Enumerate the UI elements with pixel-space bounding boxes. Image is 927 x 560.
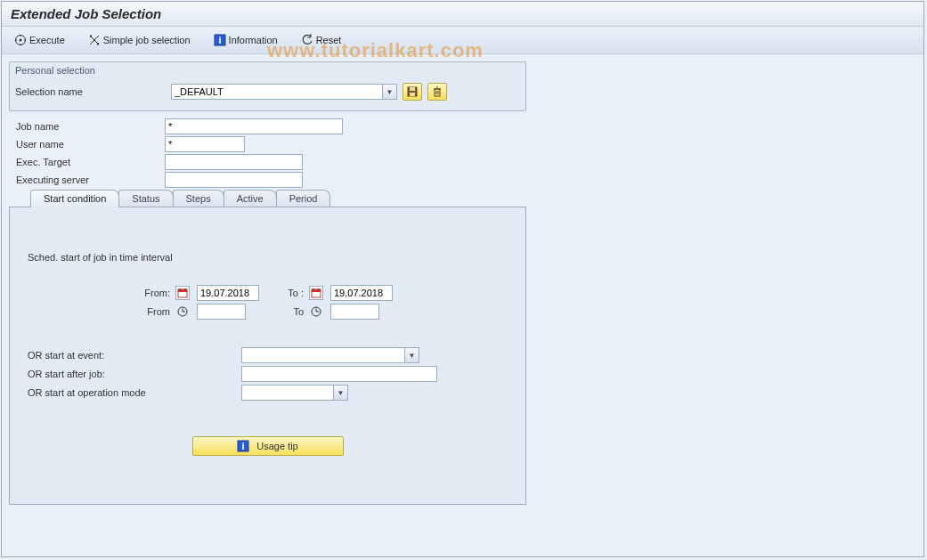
or-start-event-input[interactable] (241, 347, 419, 363)
sched-start-heading: Sched. start of job in time interval (28, 252, 508, 263)
personal-selection-title: Personal selection (10, 62, 525, 78)
trash-icon (432, 86, 443, 97)
page-title: Extended Job Selection (2, 2, 923, 27)
to-date-label: To : (273, 288, 304, 298)
to-time-label: To (273, 306, 304, 317)
from-time-input[interactable] (197, 304, 246, 320)
delete-selection-button[interactable] (427, 83, 447, 101)
user-name-input[interactable] (165, 136, 245, 152)
or-start-event-label: OR start at event: (28, 350, 241, 361)
selection-name-dropdown-icon[interactable]: ▼ (382, 85, 396, 99)
exec-target-label: Exec. Target (9, 157, 165, 167)
personal-selection-panel: Personal selection Selection name ▼ (9, 61, 526, 111)
save-icon (407, 86, 418, 97)
svg-rect-11 (410, 87, 415, 91)
or-start-opmode-label: OR start at operation mode (28, 387, 241, 398)
simple-selection-icon (88, 34, 101, 46)
app-toolbar: Execute Simple job selection i Informati… (2, 27, 923, 54)
info-icon: i (214, 34, 226, 46)
tabstrip: Start condition Status Steps Active Peri… (30, 190, 916, 207)
tab-active[interactable]: Active (224, 190, 277, 207)
or-start-opmode-input[interactable] (241, 385, 348, 401)
or-start-after-job-label: OR start after job: (28, 369, 241, 379)
from-date-label: From: (134, 288, 170, 298)
user-name-label: User name (9, 139, 165, 150)
exec-target-input[interactable] (165, 154, 303, 170)
tab-start-condition[interactable]: Start condition (30, 190, 119, 207)
or-start-opmode-dropdown-icon[interactable]: ▼ (333, 386, 347, 400)
simple-selection-button[interactable]: Simple job selection (85, 32, 194, 48)
save-selection-button[interactable] (403, 83, 422, 101)
executing-server-input[interactable] (165, 172, 303, 188)
svg-rect-13 (435, 89, 440, 96)
selection-name-label: Selection name (15, 86, 171, 97)
information-label: Information (229, 35, 278, 45)
tab-steps[interactable]: Steps (173, 190, 224, 207)
start-condition-panel: Sched. start of job in time interval Fro… (9, 207, 526, 505)
svg-text:i: i (218, 35, 221, 45)
calendar-to-icon[interactable] (309, 286, 323, 300)
tab-status[interactable]: Status (118, 190, 173, 207)
from-time-label: From (134, 306, 170, 317)
reset-button[interactable]: Reset (297, 32, 346, 48)
to-time-input[interactable] (330, 304, 379, 320)
execute-label: Execute (29, 35, 65, 45)
information-button[interactable]: i Information (210, 32, 281, 48)
or-start-event-dropdown-icon[interactable]: ▼ (404, 348, 419, 362)
executing-server-label: Executing server (9, 174, 165, 185)
selection-name-input[interactable] (171, 84, 397, 100)
reset-icon (301, 34, 313, 46)
clock-to-icon[interactable] (309, 304, 323, 319)
execute-icon (14, 34, 27, 46)
usage-tip-button[interactable]: i Usage tip (192, 436, 344, 456)
clock-from-icon[interactable] (175, 304, 190, 319)
svg-rect-12 (410, 93, 415, 96)
reset-label: Reset (316, 35, 342, 45)
simple-selection-label: Simple job selection (103, 35, 191, 45)
usage-tip-label: Usage tip (256, 441, 297, 451)
svg-point-1 (20, 39, 22, 42)
from-date-input[interactable] (197, 285, 259, 301)
job-name-input[interactable] (165, 118, 343, 134)
calendar-from-icon[interactable] (175, 286, 190, 300)
tab-period[interactable]: Period (276, 190, 331, 207)
svg-text:i: i (242, 441, 245, 451)
job-name-label: Job name (9, 121, 165, 132)
or-start-after-job-input[interactable] (241, 366, 437, 382)
to-date-input[interactable] (330, 285, 393, 301)
info-icon: i (237, 440, 249, 452)
execute-button[interactable]: Execute (11, 32, 69, 48)
